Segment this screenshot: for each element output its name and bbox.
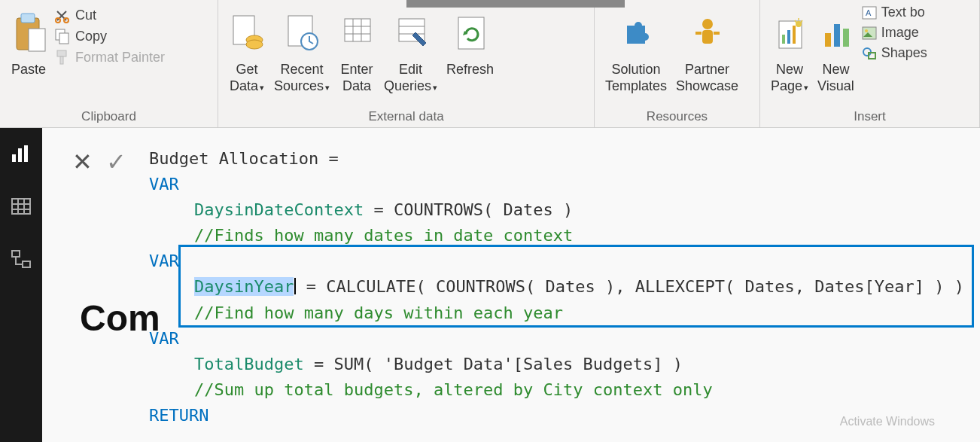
svg-rect-32: [825, 33, 831, 47]
svg-rect-29: [787, 30, 790, 44]
solution-templates-button[interactable]: Solution Templates: [601, 3, 671, 94]
recent-sources-label: Recent Sources▾: [274, 62, 330, 94]
formula-line: TotalBudget = SUM( 'Budget Data'[Sales B…: [149, 352, 972, 377]
shapes-icon: [862, 47, 877, 60]
shapes-button[interactable]: Shapes: [862, 45, 927, 61]
svg-rect-42: [18, 148, 22, 162]
recent-sources-button[interactable]: Recent Sources▾: [269, 3, 334, 94]
paste-icon: [11, 6, 47, 60]
report-title-text: Com: [80, 297, 160, 339]
edit-queries-label: Edit Queries▾: [384, 62, 437, 94]
formula-comment: //Sum up total budgets, altered by City …: [149, 377, 972, 403]
svg-rect-6: [59, 33, 68, 44]
text-box-button[interactable]: A Text bo: [862, 5, 927, 20]
paste-button[interactable]: Paste: [6, 3, 51, 78]
nav-data-view[interactable]: [9, 194, 33, 218]
get-data-button[interactable]: Get Data▾: [224, 3, 269, 94]
formula-line: VAR: [149, 326, 972, 352]
formula-editor[interactable]: Budget Allocation = VAR DaysinDateContex…: [142, 143, 980, 431]
svg-rect-8: [60, 56, 63, 64]
person-icon: [689, 6, 726, 60]
svg-rect-7: [57, 50, 66, 56]
enter-data-button[interactable]: Enter Data: [334, 3, 379, 94]
image-button[interactable]: Image: [862, 25, 927, 41]
commit-formula-button[interactable]: ✓: [106, 148, 126, 176]
edit-queries-button[interactable]: Edit Queries▾: [379, 3, 442, 94]
resources-group-label: Resources: [601, 106, 753, 126]
copy-icon: [54, 28, 71, 44]
new-visual-icon: [817, 6, 854, 60]
svg-rect-34: [843, 29, 849, 47]
insert-group-label: Insert: [766, 106, 973, 126]
nav-report-view[interactable]: [9, 142, 33, 166]
formula-line: VAR: [149, 172, 972, 197]
copy-label: Copy: [75, 29, 107, 44]
partner-showcase-button[interactable]: Partner Showcase: [671, 3, 743, 94]
partner-showcase-label: Partner Showcase: [676, 62, 738, 94]
formula-bar-actions: ✕ ✓: [72, 143, 142, 176]
edit-queries-icon: [393, 6, 429, 60]
format-painter-button[interactable]: Format Painter: [54, 49, 165, 66]
chevron-down-icon: ▾: [260, 83, 264, 92]
svg-rect-41: [12, 154, 16, 162]
puzzle-icon: [618, 6, 654, 60]
new-page-label: New Page▾: [771, 62, 808, 94]
brush-icon: [54, 49, 71, 66]
shapes-label: Shapes: [881, 45, 927, 61]
paste-label: Paste: [11, 62, 46, 78]
scissors-icon: [54, 8, 71, 23]
nav-model-view[interactable]: [9, 247, 33, 271]
solution-templates-label: Solution Templates: [605, 62, 667, 94]
ribbon-group-resources: Solution Templates Partner Showcase Reso…: [595, 0, 760, 127]
get-data-icon: [229, 6, 265, 60]
refresh-button[interactable]: Refresh: [442, 3, 498, 78]
text-box-icon: A: [862, 6, 877, 20]
new-visual-label: New Visual: [817, 62, 854, 94]
new-visual-button[interactable]: New Visual: [813, 3, 859, 94]
table-icon: [11, 197, 32, 215]
get-data-label: Get Data▾: [230, 62, 264, 94]
copy-button[interactable]: Copy: [54, 28, 165, 44]
ribbon-group-external-data: Get Data▾ Recent Sources▾ Enter Data Edi…: [218, 0, 595, 127]
svg-rect-49: [12, 251, 20, 257]
svg-rect-2: [29, 29, 45, 51]
formula-line: DaysinYear = CALCULATE( COUNTROWS( Dates…: [149, 274, 972, 300]
new-page-icon: [772, 6, 808, 60]
svg-rect-28: [782, 35, 785, 44]
relationship-icon: [11, 249, 32, 269]
window-handle: [406, 0, 625, 8]
svg-rect-30: [793, 26, 796, 44]
ribbon: Paste Cut Copy Format Painter Clipboard: [0, 0, 980, 128]
svg-rect-33: [834, 24, 840, 47]
refresh-label: Refresh: [446, 62, 494, 78]
text-box-label: Text bo: [881, 5, 925, 20]
svg-rect-26: [714, 32, 720, 35]
image-label: Image: [881, 25, 919, 41]
ribbon-group-clipboard: Paste Cut Copy Format Painter Clipboard: [0, 0, 218, 127]
svg-rect-44: [12, 199, 30, 214]
formula-comment: //Finds how many dates in date context: [149, 223, 972, 248]
recent-sources-icon: [284, 6, 320, 60]
svg-rect-24: [702, 30, 713, 44]
svg-rect-14: [345, 19, 370, 41]
chevron-down-icon: ▾: [804, 83, 808, 92]
chevron-down-icon: ▾: [433, 83, 437, 92]
bar-chart-icon: [11, 144, 32, 163]
enter-data-label: Enter Data: [341, 62, 373, 94]
text-cursor: [294, 278, 296, 294]
image-icon: [862, 26, 877, 40]
formula-comment: //Find how many days within each year: [149, 300, 972, 326]
svg-point-11: [246, 40, 263, 49]
new-page-button[interactable]: New Page▾: [766, 3, 813, 94]
clipboard-group-label: Clipboard: [6, 106, 212, 126]
svg-rect-37: [863, 27, 876, 39]
svg-point-23: [702, 19, 713, 29]
svg-rect-1: [21, 14, 35, 23]
left-nav: [0, 128, 42, 442]
svg-rect-22: [458, 17, 484, 49]
chevron-down-icon: ▾: [325, 83, 330, 92]
svg-rect-50: [23, 261, 30, 267]
enter-data-icon: [339, 6, 375, 60]
cut-button[interactable]: Cut: [54, 8, 165, 23]
cancel-formula-button[interactable]: ✕: [72, 148, 93, 176]
